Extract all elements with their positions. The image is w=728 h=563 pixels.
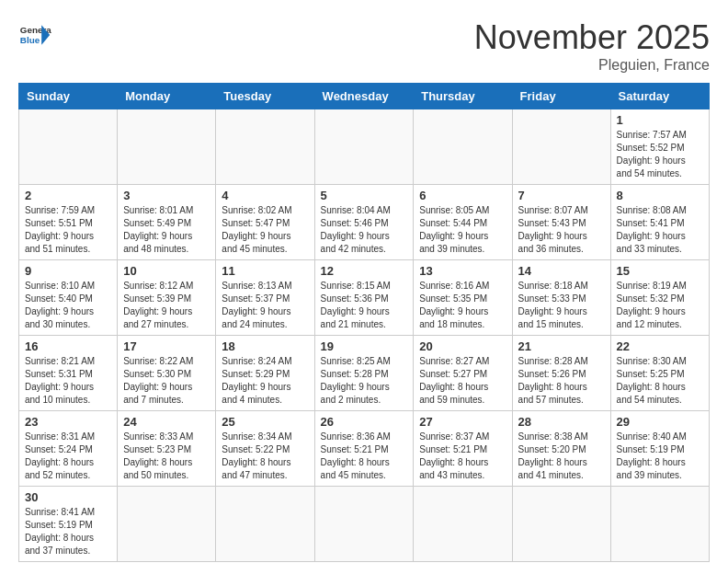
day-number: 21 bbox=[518, 339, 605, 353]
day-number: 26 bbox=[321, 415, 408, 429]
calendar-week-6: 30Sunrise: 8:41 AM Sunset: 5:19 PM Dayli… bbox=[19, 487, 710, 562]
day-info: Sunrise: 8:07 AM Sunset: 5:43 PM Dayligh… bbox=[518, 204, 605, 256]
calendar-cell: 14Sunrise: 8:18 AM Sunset: 5:33 PM Dayli… bbox=[512, 260, 610, 336]
day-info: Sunrise: 8:18 AM Sunset: 5:33 PM Dayligh… bbox=[518, 280, 605, 331]
day-info: Sunrise: 8:36 AM Sunset: 5:21 PM Dayligh… bbox=[321, 431, 408, 482]
calendar-cell: 5Sunrise: 8:04 AM Sunset: 5:46 PM Daylig… bbox=[314, 185, 414, 260]
day-info: Sunrise: 8:38 AM Sunset: 5:20 PM Dayligh… bbox=[518, 431, 605, 482]
calendar-cell: 4Sunrise: 8:02 AM Sunset: 5:47 PM Daylig… bbox=[216, 185, 314, 260]
calendar-week-5: 23Sunrise: 8:31 AM Sunset: 5:24 PM Dayli… bbox=[19, 411, 710, 487]
day-number: 6 bbox=[419, 189, 506, 202]
day-number: 11 bbox=[222, 264, 308, 278]
calendar-cell bbox=[314, 487, 414, 562]
day-number: 7 bbox=[518, 189, 605, 202]
day-info: Sunrise: 8:33 AM Sunset: 5:23 PM Dayligh… bbox=[123, 431, 210, 482]
day-info: Sunrise: 8:21 AM Sunset: 5:31 PM Dayligh… bbox=[25, 355, 111, 407]
day-info: Sunrise: 8:05 AM Sunset: 5:44 PM Dayligh… bbox=[419, 204, 506, 256]
calendar-cell bbox=[414, 487, 512, 562]
day-info: Sunrise: 8:27 AM Sunset: 5:27 PM Dayligh… bbox=[419, 355, 506, 407]
calendar-cell: 10Sunrise: 8:12 AM Sunset: 5:39 PM Dayli… bbox=[118, 260, 216, 336]
calendar-cell bbox=[414, 109, 512, 185]
calendar-cell: 20Sunrise: 8:27 AM Sunset: 5:27 PM Dayli… bbox=[414, 336, 512, 411]
day-number: 5 bbox=[321, 189, 408, 202]
calendar-week-4: 16Sunrise: 8:21 AM Sunset: 5:31 PM Dayli… bbox=[19, 336, 710, 411]
calendar-cell: 25Sunrise: 8:34 AM Sunset: 5:22 PM Dayli… bbox=[216, 411, 314, 487]
calendar-cell: 6Sunrise: 8:05 AM Sunset: 5:44 PM Daylig… bbox=[414, 185, 512, 260]
logo-icon: General Blue bbox=[18, 18, 51, 52]
day-number: 27 bbox=[419, 415, 506, 429]
calendar-cell: 28Sunrise: 8:38 AM Sunset: 5:20 PM Dayli… bbox=[512, 411, 610, 487]
weekday-header-thursday: Thursday bbox=[414, 84, 512, 109]
weekday-header-sunday: Sunday bbox=[19, 84, 118, 109]
day-info: Sunrise: 8:15 AM Sunset: 5:36 PM Dayligh… bbox=[321, 280, 408, 331]
day-number: 12 bbox=[321, 264, 408, 278]
day-info: Sunrise: 8:01 AM Sunset: 5:49 PM Dayligh… bbox=[123, 204, 210, 256]
day-number: 16 bbox=[25, 339, 111, 353]
calendar-week-1: 1Sunrise: 7:57 AM Sunset: 5:52 PM Daylig… bbox=[19, 109, 710, 185]
calendar-cell: 29Sunrise: 8:40 AM Sunset: 5:19 PM Dayli… bbox=[610, 411, 709, 487]
calendar-cell: 16Sunrise: 8:21 AM Sunset: 5:31 PM Dayli… bbox=[19, 336, 118, 411]
day-number: 28 bbox=[518, 415, 605, 429]
day-info: Sunrise: 8:24 AM Sunset: 5:29 PM Dayligh… bbox=[222, 355, 308, 407]
day-info: Sunrise: 8:12 AM Sunset: 5:39 PM Dayligh… bbox=[123, 280, 210, 331]
calendar-cell: 2Sunrise: 7:59 AM Sunset: 5:51 PM Daylig… bbox=[19, 185, 118, 260]
calendar-week-3: 9Sunrise: 8:10 AM Sunset: 5:40 PM Daylig… bbox=[19, 260, 710, 336]
svg-text:Blue: Blue bbox=[20, 35, 40, 45]
day-number: 20 bbox=[419, 339, 506, 353]
day-info: Sunrise: 8:28 AM Sunset: 5:26 PM Dayligh… bbox=[518, 355, 605, 407]
page-header: General Blue November 2025 Pleguien, Fra… bbox=[18, 18, 710, 74]
calendar-cell: 24Sunrise: 8:33 AM Sunset: 5:23 PM Dayli… bbox=[118, 411, 216, 487]
weekday-header-saturday: Saturday bbox=[610, 84, 709, 109]
calendar-cell bbox=[118, 487, 216, 562]
day-info: Sunrise: 8:30 AM Sunset: 5:25 PM Dayligh… bbox=[617, 355, 703, 407]
weekday-header-monday: Monday bbox=[118, 84, 216, 109]
calendar-cell: 3Sunrise: 8:01 AM Sunset: 5:49 PM Daylig… bbox=[118, 185, 216, 260]
day-info: Sunrise: 8:13 AM Sunset: 5:37 PM Dayligh… bbox=[222, 280, 308, 331]
calendar-cell: 30Sunrise: 8:41 AM Sunset: 5:19 PM Dayli… bbox=[19, 487, 118, 562]
day-info: Sunrise: 8:31 AM Sunset: 5:24 PM Dayligh… bbox=[25, 431, 111, 482]
calendar-cell: 12Sunrise: 8:15 AM Sunset: 5:36 PM Dayli… bbox=[314, 260, 414, 336]
calendar-cell bbox=[216, 487, 314, 562]
day-number: 30 bbox=[25, 490, 111, 504]
day-number: 29 bbox=[617, 415, 703, 429]
day-number: 17 bbox=[123, 339, 210, 353]
calendar-cell bbox=[19, 109, 118, 185]
day-number: 15 bbox=[617, 264, 703, 278]
location-subtitle: Pleguien, France bbox=[474, 57, 710, 74]
day-info: Sunrise: 8:25 AM Sunset: 5:28 PM Dayligh… bbox=[321, 355, 408, 407]
day-number: 8 bbox=[617, 189, 703, 202]
day-info: Sunrise: 8:08 AM Sunset: 5:41 PM Dayligh… bbox=[617, 204, 703, 256]
calendar-cell bbox=[216, 109, 314, 185]
weekday-header-wednesday: Wednesday bbox=[314, 84, 414, 109]
day-number: 23 bbox=[25, 415, 111, 429]
logo: General Blue bbox=[18, 18, 51, 52]
day-info: Sunrise: 8:19 AM Sunset: 5:32 PM Dayligh… bbox=[617, 280, 703, 331]
weekday-header-row: SundayMondayTuesdayWednesdayThursdayFrid… bbox=[19, 84, 710, 109]
day-info: Sunrise: 8:02 AM Sunset: 5:47 PM Dayligh… bbox=[222, 204, 308, 256]
day-info: Sunrise: 8:10 AM Sunset: 5:40 PM Dayligh… bbox=[25, 280, 111, 331]
day-info: Sunrise: 7:57 AM Sunset: 5:52 PM Dayligh… bbox=[617, 129, 703, 180]
day-number: 4 bbox=[222, 189, 308, 202]
calendar-table: SundayMondayTuesdayWednesdayThursdayFrid… bbox=[18, 83, 710, 562]
day-info: Sunrise: 8:41 AM Sunset: 5:19 PM Dayligh… bbox=[25, 506, 111, 557]
calendar-cell: 15Sunrise: 8:19 AM Sunset: 5:32 PM Dayli… bbox=[610, 260, 709, 336]
calendar-cell: 7Sunrise: 8:07 AM Sunset: 5:43 PM Daylig… bbox=[512, 185, 610, 260]
day-number: 22 bbox=[617, 339, 703, 353]
calendar-cell: 1Sunrise: 7:57 AM Sunset: 5:52 PM Daylig… bbox=[610, 109, 709, 185]
calendar-cell: 18Sunrise: 8:24 AM Sunset: 5:29 PM Dayli… bbox=[216, 336, 314, 411]
calendar-cell bbox=[118, 109, 216, 185]
day-number: 25 bbox=[222, 415, 308, 429]
day-info: Sunrise: 8:40 AM Sunset: 5:19 PM Dayligh… bbox=[617, 431, 703, 482]
day-info: Sunrise: 8:34 AM Sunset: 5:22 PM Dayligh… bbox=[222, 431, 308, 482]
calendar-cell: 8Sunrise: 8:08 AM Sunset: 5:41 PM Daylig… bbox=[610, 185, 709, 260]
calendar-cell bbox=[512, 487, 610, 562]
day-info: Sunrise: 8:16 AM Sunset: 5:35 PM Dayligh… bbox=[419, 280, 506, 331]
calendar-cell: 23Sunrise: 8:31 AM Sunset: 5:24 PM Dayli… bbox=[19, 411, 118, 487]
day-number: 3 bbox=[123, 189, 210, 202]
day-number: 2 bbox=[25, 189, 111, 202]
calendar-cell: 21Sunrise: 8:28 AM Sunset: 5:26 PM Dayli… bbox=[512, 336, 610, 411]
calendar-week-2: 2Sunrise: 7:59 AM Sunset: 5:51 PM Daylig… bbox=[19, 185, 710, 260]
day-info: Sunrise: 8:37 AM Sunset: 5:21 PM Dayligh… bbox=[419, 431, 506, 482]
calendar-cell: 22Sunrise: 8:30 AM Sunset: 5:25 PM Dayli… bbox=[610, 336, 709, 411]
calendar-cell: 9Sunrise: 8:10 AM Sunset: 5:40 PM Daylig… bbox=[19, 260, 118, 336]
